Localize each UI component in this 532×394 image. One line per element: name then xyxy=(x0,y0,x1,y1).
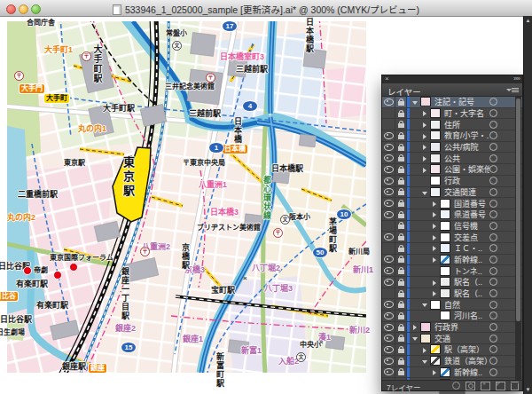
visibility-toggle[interactable] xyxy=(382,142,395,153)
disclosure-triangle-icon[interactable] xyxy=(421,344,430,355)
target-circle-icon[interactable] xyxy=(489,323,497,331)
visibility-toggle[interactable] xyxy=(382,198,395,209)
target-circle-icon[interactable] xyxy=(489,200,497,208)
target-circle-icon[interactable] xyxy=(489,143,497,151)
disclosure-triangle-icon[interactable] xyxy=(431,209,440,220)
layer-name[interactable]: 駅名（.. xyxy=(454,276,489,288)
map-canvas[interactable]: 合同庁舎大手町1大手町駅常盤小新日本橋駅日本橋室町3三越前駅三井記念美術館三越前… xyxy=(7,21,366,373)
lay​er-row[interactable]: 公共/病院 xyxy=(382,142,522,154)
visibility-toggle[interactable] xyxy=(382,333,395,343)
lock-toggle[interactable] xyxy=(395,356,407,366)
scroll-up-icon[interactable]: ▲ xyxy=(524,18,532,23)
lock-toggle[interactable] xyxy=(395,198,407,209)
visibility-toggle[interactable] xyxy=(382,119,395,130)
visibility-toggle[interactable] xyxy=(382,164,395,175)
visibility-toggle[interactable] xyxy=(382,255,395,265)
lay​er-row[interactable]: トンネ.. xyxy=(382,265,522,277)
lay​er-row[interactable]: 教育/小学・.. xyxy=(382,130,522,142)
target-circle-icon[interactable] xyxy=(489,188,497,196)
lay​er-row[interactable]: ＩＣ・.. xyxy=(382,243,522,255)
disclosure-triangle-icon[interactable] xyxy=(431,288,440,299)
layer-name[interactable]: 住所 xyxy=(444,119,489,130)
panel-scrollbar-thumb[interactable] xyxy=(516,98,520,321)
lay​er-row[interactable]: 交通関連 xyxy=(382,187,522,199)
layer-name[interactable]: 信号機 xyxy=(454,220,489,232)
disclosure-triangle-icon[interactable] xyxy=(431,265,440,276)
target-circle-icon[interactable] xyxy=(489,335,497,343)
lay​er-row[interactable]: 行政界 xyxy=(382,322,522,334)
lock-toggle[interactable] xyxy=(395,209,407,220)
layer-name[interactable]: 公園・娯楽他 xyxy=(444,163,489,175)
disclosure-triangle-icon[interactable] xyxy=(421,153,430,163)
visibility-toggle[interactable] xyxy=(382,97,395,107)
lock-toggle[interactable] xyxy=(395,119,407,130)
disclosure-triangle-icon[interactable] xyxy=(421,356,430,366)
target-circle-icon[interactable] xyxy=(489,345,497,353)
disclosure-triangle-icon[interactable] xyxy=(421,176,430,186)
visibility-toggle[interactable] xyxy=(382,322,395,333)
lock-toggle[interactable] xyxy=(395,142,407,153)
lock-toggle[interactable] xyxy=(395,97,407,107)
lock-toggle[interactable] xyxy=(395,187,407,198)
layer-name[interactable]: 注記・記号 xyxy=(434,97,489,107)
layer-name[interactable]: 駅名（.. xyxy=(454,288,489,299)
new-sublayer-icon[interactable] xyxy=(481,382,490,390)
lay​er-row[interactable]: 交通 xyxy=(382,333,522,344)
visibility-toggle[interactable] xyxy=(382,209,395,220)
layer-name[interactable]: 新幹線.. xyxy=(454,366,489,378)
layer-name[interactable]: ＩＣ・.. xyxy=(454,242,489,254)
target-circle-icon[interactable] xyxy=(489,210,497,218)
lock-toggle[interactable] xyxy=(395,243,407,254)
lock-toggle[interactable] xyxy=(395,277,407,288)
visibility-toggle[interactable] xyxy=(382,288,395,299)
target-circle-icon[interactable] xyxy=(489,368,497,376)
layer-name[interactable]: 県道番号 xyxy=(454,209,489,220)
lock-toggle[interactable] xyxy=(395,333,407,343)
lock-toggle[interactable] xyxy=(395,255,407,265)
visibility-toggle[interactable] xyxy=(382,187,395,198)
target-circle-icon[interactable] xyxy=(489,256,497,264)
disclosure-triangle-icon[interactable] xyxy=(431,277,440,288)
visibility-toggle[interactable] xyxy=(382,299,395,310)
disclosure-triangle-icon[interactable] xyxy=(411,322,420,333)
target-circle-icon[interactable] xyxy=(489,154,497,162)
target-circle-icon[interactable] xyxy=(489,109,497,117)
target-circle-icon[interactable] xyxy=(489,301,497,309)
visibility-toggle[interactable] xyxy=(382,130,395,141)
layer-name[interactable]: 交通関連 xyxy=(444,186,489,198)
new-layer-icon[interactable] xyxy=(496,382,505,390)
lay​er-row[interactable]: 鉄道（高架） xyxy=(382,356,522,367)
lock-toggle[interactable] xyxy=(395,232,407,242)
lay​er-row[interactable]: 駅名（.. xyxy=(382,277,522,288)
layer-name[interactable]: 町・大字名 xyxy=(444,107,489,119)
visibility-toggle[interactable] xyxy=(382,277,395,288)
visibility-toggle[interactable] xyxy=(382,243,395,254)
disclosure-triangle-icon[interactable] xyxy=(421,299,430,310)
lock-toggle[interactable] xyxy=(395,344,407,355)
visibility-toggle[interactable] xyxy=(382,367,395,378)
lay​er-row[interactable]: 国道番号 xyxy=(382,198,522,209)
disclosure-triangle-icon[interactable] xyxy=(421,108,430,119)
visibility-toggle[interactable] xyxy=(382,265,395,276)
disclosure-triangle-icon[interactable] xyxy=(411,333,420,343)
visibility-toggle[interactable] xyxy=(382,153,395,163)
window-titlebar[interactable]: 533946_1_025000_sample [更新済み].ai* @ 300%… xyxy=(0,0,532,17)
target-circle-icon[interactable] xyxy=(489,177,497,185)
target-circle-icon[interactable] xyxy=(489,357,497,365)
layer-name[interactable]: 交差点 xyxy=(454,232,489,243)
disclosure-triangle-icon[interactable] xyxy=(421,164,430,175)
target-circle-icon[interactable] xyxy=(489,267,497,275)
lay​er-row[interactable]: 信号機 xyxy=(382,221,522,232)
visibility-toggle[interactable] xyxy=(382,356,395,366)
lock-toggle[interactable] xyxy=(395,108,407,119)
target-circle-icon[interactable] xyxy=(489,278,497,286)
layer-name[interactable]: 教育/小学・.. xyxy=(444,130,489,141)
lock-toggle[interactable] xyxy=(395,176,407,186)
lay​er-row[interactable]: 駅名（.. xyxy=(382,288,522,300)
window-vertical-scrollbar[interactable]: ▲ ▼ xyxy=(523,16,532,394)
visibility-toggle[interactable] xyxy=(382,221,395,232)
lock-toggle[interactable] xyxy=(395,367,407,378)
layer-name[interactable]: 国道番号 xyxy=(454,198,489,209)
disclosure-triangle-icon[interactable] xyxy=(421,119,430,130)
disclosure-triangle-icon[interactable] xyxy=(431,367,440,378)
